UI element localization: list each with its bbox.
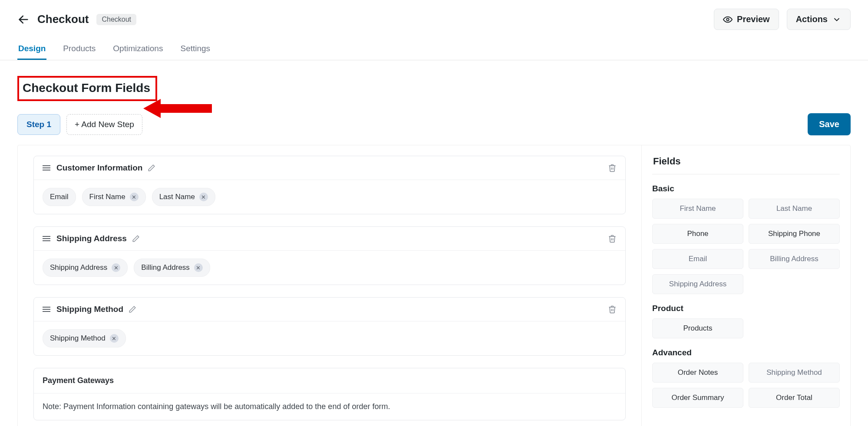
tab-label: Products — [63, 44, 96, 53]
field-chip[interactable]: Shipping Address✕ — [43, 259, 128, 277]
trash-icon — [608, 234, 617, 243]
chip-label: First Name — [89, 193, 125, 201]
actions-label: Actions — [796, 14, 828, 24]
remove-chip-button[interactable]: ✕ — [199, 193, 208, 201]
field-label: First Name — [680, 204, 716, 213]
preview-label: Preview — [737, 14, 770, 24]
tab-optimizations[interactable]: Optimizations — [112, 39, 164, 60]
page-type-badge: Checkout — [96, 14, 136, 25]
field-chip[interactable]: Shipping Method✕ — [43, 329, 126, 347]
chevron-down-icon — [832, 15, 842, 24]
field-shipping-phone[interactable]: Shipping Phone — [749, 224, 840, 244]
field-label: Shipping Address — [669, 280, 726, 288]
save-label: Save — [819, 119, 839, 129]
field-label: Email — [689, 255, 707, 263]
field-shipping-method[interactable]: Shipping Method — [749, 363, 840, 383]
actions-button[interactable]: Actions — [787, 9, 851, 30]
field-last-name[interactable]: Last Name — [749, 199, 840, 219]
preview-button[interactable]: Preview — [714, 9, 779, 30]
sidebar-group-title: Advanced — [652, 348, 840, 357]
field-label: Order Total — [776, 393, 812, 402]
add-step-button[interactable]: + Add New Step — [66, 114, 142, 135]
section-card: Shipping Address Shipping Address✕ Billi… — [33, 226, 626, 285]
remove-chip-button[interactable]: ✕ — [110, 334, 119, 343]
field-label: Order Notes — [678, 368, 718, 377]
chip-label: Last Name — [159, 193, 195, 201]
field-order-notes[interactable]: Order Notes — [652, 363, 743, 383]
tab-label: Optimizations — [113, 44, 163, 53]
section-title: Customer Information — [56, 163, 142, 173]
pencil-icon — [129, 305, 136, 313]
field-label: Billing Address — [770, 255, 818, 263]
field-products[interactable]: Products — [652, 318, 743, 338]
remove-chip-button[interactable]: ✕ — [194, 263, 203, 272]
field-label: Phone — [687, 229, 708, 238]
eye-icon — [723, 15, 733, 24]
field-first-name[interactable]: First Name — [652, 199, 743, 219]
field-chip[interactable]: Email — [43, 188, 76, 206]
section-heading-highlight: Checkout Form Fields — [17, 76, 157, 101]
delete-section-button[interactable] — [608, 164, 617, 172]
delete-section-button[interactable] — [608, 234, 617, 243]
remove-chip-button[interactable]: ✕ — [130, 193, 139, 201]
field-label: Last Name — [776, 204, 812, 213]
field-order-total[interactable]: Order Total — [749, 388, 840, 408]
field-order-summary[interactable]: Order Summary — [652, 388, 743, 408]
sidebar-title: Fields — [652, 153, 840, 174]
pencil-icon — [132, 235, 140, 242]
step-label: Step 1 — [26, 120, 51, 129]
delete-section-button[interactable] — [608, 305, 617, 314]
tab-settings[interactable]: Settings — [179, 39, 211, 60]
tab-label: Design — [18, 44, 46, 53]
field-chip[interactable]: Last Name✕ — [152, 188, 215, 206]
payment-gateways-title: Payment Gateways — [34, 368, 625, 393]
field-label: Order Summary — [672, 393, 724, 402]
save-button[interactable]: Save — [808, 113, 851, 135]
section-card: Shipping Method Shipping Method✕ — [33, 297, 626, 356]
svg-point-1 — [726, 18, 729, 21]
chip-label: Shipping Address — [50, 263, 107, 272]
field-phone[interactable]: Phone — [652, 224, 743, 244]
edit-section-button[interactable] — [129, 305, 136, 313]
edit-section-button[interactable] — [132, 235, 140, 242]
drag-handle-icon[interactable] — [43, 236, 50, 242]
step-1-button[interactable]: Step 1 — [17, 114, 60, 135]
field-shipping-address[interactable]: Shipping Address — [652, 274, 743, 294]
field-label: Products — [683, 324, 712, 332]
sidebar-group-title: Basic — [652, 184, 840, 193]
tab-products[interactable]: Products — [62, 39, 96, 60]
tab-design[interactable]: Design — [17, 39, 46, 60]
edit-section-button[interactable] — [148, 164, 155, 172]
section-title: Shipping Address — [56, 234, 127, 243]
remove-chip-button[interactable]: ✕ — [112, 263, 120, 272]
arrow-left-icon — [17, 13, 30, 26]
add-step-label: + Add New Step — [75, 120, 134, 129]
pencil-icon — [148, 164, 155, 172]
chip-label: Email — [50, 193, 69, 201]
section-card: Customer Information Email First Name✕ L… — [33, 156, 626, 214]
field-chip[interactable]: First Name✕ — [82, 188, 146, 206]
field-billing-address[interactable]: Billing Address — [749, 249, 840, 269]
chip-label: Shipping Method — [50, 334, 106, 343]
tabs: Design Products Optimizations Settings — [0, 39, 868, 60]
chip-label: Billing Address — [141, 263, 190, 272]
field-label: Shipping Method — [766, 368, 822, 377]
drag-handle-icon[interactable] — [43, 306, 50, 312]
page-title: Checkout — [37, 13, 89, 26]
drag-handle-icon[interactable] — [43, 165, 50, 171]
payment-gateways-note: Note: Payment Information containing gat… — [34, 393, 625, 420]
trash-icon — [608, 305, 617, 314]
field-label: Shipping Phone — [768, 229, 820, 238]
back-button[interactable] — [17, 13, 30, 26]
section-title: Shipping Method — [56, 305, 123, 314]
section-heading: Checkout Form Fields — [23, 81, 150, 95]
trash-icon — [608, 164, 617, 172]
field-chip[interactable]: Billing Address✕ — [134, 259, 210, 277]
sidebar-group-title: Product — [652, 304, 840, 313]
tab-label: Settings — [180, 44, 210, 53]
field-email[interactable]: Email — [652, 249, 743, 269]
payment-gateways-card: Payment Gateways Note: Payment Informati… — [33, 368, 626, 420]
